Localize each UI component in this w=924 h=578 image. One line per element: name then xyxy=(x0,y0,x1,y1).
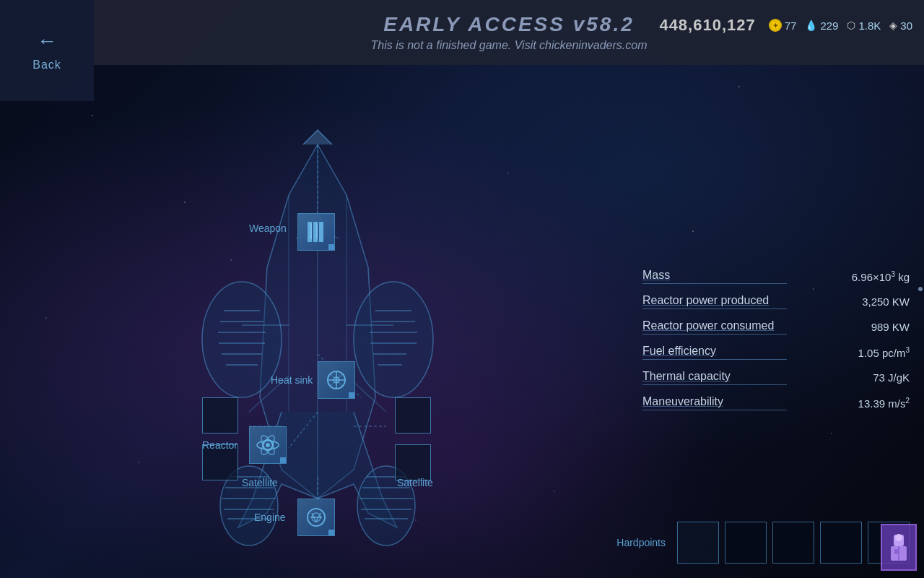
stat-row-reactor-consumed: Reactor power consumed 989 KW xyxy=(642,316,910,337)
svg-rect-38 xyxy=(310,223,312,239)
water-value: 229 xyxy=(820,20,838,32)
stat-underline-maneuver xyxy=(642,410,787,410)
stat-row-thermal: Thermal capacity 73 J/gK xyxy=(642,367,910,388)
satellite-right-upper-slot[interactable] xyxy=(395,397,431,434)
ship-svg xyxy=(137,123,498,556)
stat-label-fuel: Fuel efficiency xyxy=(642,345,716,357)
mineral2-value: 30 xyxy=(900,20,912,32)
svg-rect-57 xyxy=(894,549,898,554)
ship-area: Weapon Satellite Satellite xyxy=(0,101,635,578)
coins-value: 77 xyxy=(785,20,797,32)
svg-point-0 xyxy=(202,282,282,397)
mineral2-resource: ◈ 30 xyxy=(889,20,912,32)
satellite-right-label: Satellite xyxy=(397,477,433,488)
stat-value-maneuver: 13.39 m/s2 xyxy=(858,397,910,410)
shop-icon[interactable] xyxy=(881,524,917,571)
water-resource: 💧 229 xyxy=(805,20,838,32)
stat-row-reactor-produced: Reactor power produced 3,250 KW xyxy=(642,291,910,312)
stats-panel: Mass 6.96×103 kg Reactor power produced … xyxy=(635,101,924,578)
stat-value-mass: 6.96×103 kg xyxy=(852,270,910,283)
stat-underline-reactor-produced xyxy=(642,309,787,309)
heat-sink-icon xyxy=(324,368,349,392)
weapon-label: Weapon xyxy=(249,223,287,234)
stat-value-fuel: 1.05 pc/m3 xyxy=(858,346,910,359)
stat-row-fuel: Fuel efficiency 1.05 pc/m3 xyxy=(642,342,910,363)
stat-label-mass: Mass xyxy=(642,269,670,281)
stat-row-mass: Mass 6.96×103 kg xyxy=(642,266,910,287)
mineral2-icon: ◈ xyxy=(889,20,897,31)
stat-row-maneuver: Maneuverability 13.39 m/s2 xyxy=(642,392,910,413)
stat-underline-thermal xyxy=(642,384,787,385)
topbar: 448,610,127 ✦ 77 💧 229 ⬡ 1.8K ◈ 30 xyxy=(648,0,924,51)
stat-underline-reactor-consumed xyxy=(642,334,787,335)
stat-label-thermal: Thermal capacity xyxy=(642,370,731,382)
satellite-left-upper-slot[interactable] xyxy=(202,397,238,434)
hardpoint-slot-1[interactable] xyxy=(677,522,719,564)
svg-point-50 xyxy=(266,443,270,447)
ship-diagram: Weapon Satellite Satellite xyxy=(137,116,498,564)
mineral1-icon: ⬡ xyxy=(847,20,855,31)
satellite-left-label: Satellite xyxy=(242,477,278,488)
engine-label: Engine xyxy=(254,512,286,523)
weapon-icon xyxy=(303,219,329,245)
reactor-slot[interactable] xyxy=(249,426,287,464)
hardpoints-label: Hardpoints xyxy=(616,537,666,548)
svg-point-58 xyxy=(895,534,902,541)
reactor-icon xyxy=(255,432,281,458)
hardpoint-slot-2[interactable] xyxy=(725,522,767,564)
reactor-label: Reactor xyxy=(202,439,237,451)
stat-label-reactor-produced: Reactor power produced xyxy=(642,294,769,306)
weapon-slot[interactable] xyxy=(297,213,335,251)
water-icon: 💧 xyxy=(805,20,817,31)
hardpoints-row: Hardpoints xyxy=(616,522,910,564)
back-label: Back xyxy=(32,59,61,72)
svg-point-1 xyxy=(354,282,433,397)
back-button[interactable]: ← Back xyxy=(0,0,94,101)
coins-resource: ✦ 77 xyxy=(769,19,797,32)
shop-figure-icon xyxy=(888,533,910,562)
scroll-indicator xyxy=(918,287,923,291)
engine-slot[interactable] xyxy=(297,499,335,536)
stat-label-maneuver: Maneuverability xyxy=(642,395,723,407)
stat-underline-fuel xyxy=(642,359,787,360)
score-display: 448,610,127 xyxy=(659,16,755,35)
svg-rect-39 xyxy=(316,223,318,239)
hardpoint-slot-4[interactable] xyxy=(820,522,862,564)
hardpoint-slot-3[interactable] xyxy=(772,522,814,564)
coin-icon: ✦ xyxy=(769,19,782,32)
stat-value-reactor-consumed: 989 KW xyxy=(871,321,910,333)
stat-underline-mass xyxy=(642,283,787,284)
heat-sink-label: Heat sink xyxy=(271,374,313,386)
mineral1-resource: ⬡ 1.8K xyxy=(847,20,881,32)
svg-rect-37 xyxy=(319,222,323,242)
mineral1-value: 1.8K xyxy=(858,20,881,32)
satellite-right-lower-slot[interactable] xyxy=(395,444,431,480)
resources: ✦ 77 💧 229 ⬡ 1.8K ◈ 30 xyxy=(769,19,912,32)
stat-value-reactor-produced: 3,250 KW xyxy=(862,296,910,308)
engine-icon xyxy=(303,504,329,530)
stat-label-reactor-consumed: Reactor power consumed xyxy=(642,319,774,332)
heat-sink-slot[interactable] xyxy=(318,361,355,399)
back-arrow-icon: ← xyxy=(37,30,57,53)
stat-value-thermal: 73 J/gK xyxy=(873,371,910,384)
